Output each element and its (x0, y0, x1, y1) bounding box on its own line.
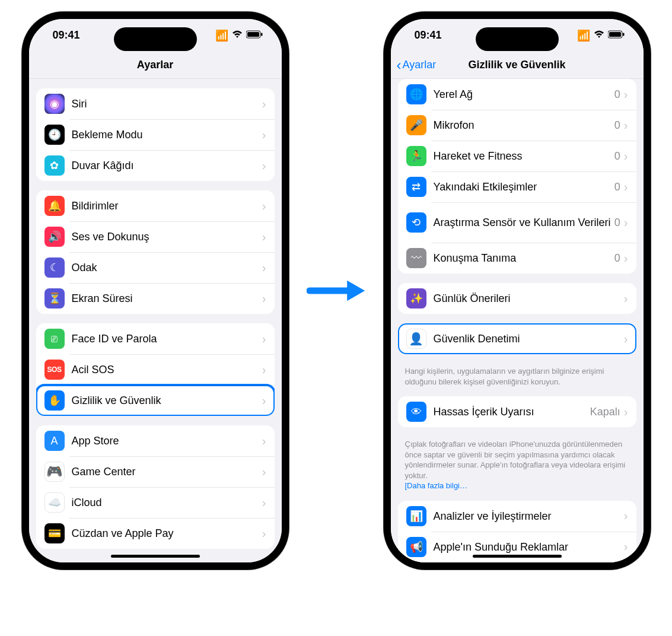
chevron-left-icon: ‹ (397, 57, 402, 74)
row-privacy[interactable]: ✋Gizlilik ve Güvenlik› (36, 385, 275, 416)
status-time: 09:41 (415, 29, 442, 42)
row-label: Face ID ve Parola (72, 332, 262, 346)
chevron-right-icon: › (624, 180, 628, 194)
row-faceid[interactable]: ⎚Face ID ve Parola› (36, 323, 275, 354)
svg-rect-6 (609, 32, 621, 37)
row-standby[interactable]: 🕘Bekleme Modu› (36, 119, 275, 150)
row-sound[interactable]: 🔊Ses ve Dokunuş› (36, 221, 275, 252)
status-indicators: 📶 (577, 29, 625, 42)
chevron-right-icon: › (624, 150, 628, 163)
appstore-icon: A (44, 431, 65, 451)
row-sos[interactable]: SOSAcil SOS› (36, 354, 275, 385)
settings-group: ⎚Face ID ve Parola›SOSAcil SOS›✋Gizlilik… (36, 323, 275, 416)
chevron-right-icon: › (624, 119, 628, 132)
arrow-icon (307, 276, 366, 306)
nav-bar: Ayarlar (29, 52, 282, 79)
row-analytics[interactable]: 📊Analizler ve İyileştirmeler› (398, 501, 636, 532)
svg-marker-4 (347, 281, 365, 301)
group-footnote: Hangi kişilerin, uygulamaların ve aygıtl… (391, 364, 644, 387)
speech-icon: 〰 (406, 248, 426, 268)
chevron-right-icon: › (262, 159, 266, 173)
row-label: Ses ve Dokunuş (72, 230, 262, 244)
svg-rect-2 (261, 33, 263, 36)
row-label: Apple'ın Sunduğu Reklamlar (434, 540, 624, 554)
row-microphone[interactable]: 🎤Mikrofon0› (398, 110, 636, 141)
settings-group: 👤Güvenlik Denetimi› (398, 323, 636, 354)
row-research[interactable]: ⟲Araştırma Sensör ve Kullanım Verileri0› (398, 202, 636, 243)
gamecenter-icon: 🎮 (44, 462, 65, 482)
row-label: Mikrofon (434, 119, 614, 132)
hand-icon: ✋ (44, 390, 65, 411)
chevron-right-icon: › (262, 363, 266, 377)
row-label: Konuşma Tanıma (434, 252, 614, 265)
row-label: App Store (72, 434, 262, 448)
chevron-right-icon: › (624, 405, 628, 419)
row-siri[interactable]: ◉Siri› (36, 88, 275, 119)
moon-icon: ☾ (44, 257, 65, 278)
wallet-icon: 💳 (44, 523, 65, 543)
dynamic-island (476, 27, 559, 51)
row-motion[interactable]: 🏃Hareket ve Fitness0› (398, 141, 636, 171)
learn-more-link[interactable]: [Daha fazla bilgi… (405, 481, 468, 490)
nav-title: Gizlilik ve Güvenlik (468, 59, 565, 71)
chevron-right-icon: › (624, 252, 628, 265)
chevron-right-icon: › (262, 332, 266, 346)
megaphone-icon: 📢 (406, 537, 426, 557)
cellular-icon: 📶 (577, 29, 590, 42)
row-label: Araştırma Sensör ve Kullanım Verileri (434, 216, 614, 230)
battery-icon (608, 29, 625, 42)
row-ads[interactable]: 📢Apple'ın Sunduğu Reklamlar› (398, 532, 636, 562)
chevron-right-icon: › (624, 88, 628, 101)
settings-list[interactable]: ◉Siri›🕘Bekleme Modu›✿Duvar Kâğıdı›🔔Bildi… (29, 79, 282, 562)
phone-privacy: 09:41 📶 ‹ Ayarlar Gizlilik ve Güvenlik 🌐… (384, 12, 651, 570)
row-label: Bekleme Modu (72, 128, 262, 142)
settings-group: 👁Hassas İçerik UyarısıKapalı› (398, 396, 636, 427)
row-focus[interactable]: ☾Odak› (36, 252, 275, 283)
chevron-right-icon: › (262, 394, 266, 408)
row-sensitive[interactable]: 👁Hassas İçerik UyarısıKapalı› (398, 396, 636, 427)
settings-group: 🔔Bildirimler›🔊Ses ve Dokunuş›☾Odak›⏳Ekra… (36, 190, 275, 314)
back-button[interactable]: ‹ Ayarlar (397, 57, 437, 74)
svg-rect-1 (247, 32, 259, 37)
back-label: Ayarlar (403, 59, 437, 71)
chevron-right-icon: › (262, 97, 266, 111)
home-indicator[interactable] (473, 555, 562, 558)
row-wallpaper[interactable]: ✿Duvar Kâğıdı› (36, 150, 275, 181)
chevron-right-icon: › (624, 509, 628, 523)
row-label: Hareket ve Fitness (434, 150, 614, 163)
row-icloud[interactable]: ☁️iCloud› (36, 487, 275, 518)
settings-group: ✨Günlük Önerileri› (398, 283, 636, 314)
chart-icon: 📊 (406, 506, 426, 526)
sos-icon: SOS (44, 360, 65, 380)
cellular-icon: 📶 (215, 29, 228, 42)
row-appstore[interactable]: AApp Store› (36, 425, 275, 456)
row-safetycheck[interactable]: 👤Güvenlik Denetimi› (398, 323, 636, 354)
faceid-icon: ⎚ (44, 329, 65, 349)
row-journal[interactable]: ✨Günlük Önerileri› (398, 283, 636, 314)
row-label: Gizlilik ve Güvenlik (72, 394, 262, 408)
row-wallet[interactable]: 💳Cüzdan ve Apple Pay› (36, 518, 275, 549)
row-gamecenter[interactable]: 🎮Game Center› (36, 456, 275, 487)
row-speech[interactable]: 〰Konuşma Tanıma0› (398, 243, 636, 274)
row-label: Game Center (72, 465, 262, 479)
privacy-list[interactable]: 🌐Yerel Ağ0›🎤Mikrofon0›🏃Hareket ve Fitnes… (391, 79, 644, 562)
settings-group: AApp Store›🎮Game Center›☁️iCloud›💳Cüzdan… (36, 425, 275, 549)
row-label: Günlük Önerileri (434, 292, 624, 306)
row-localnet[interactable]: 🌐Yerel Ağ0› (398, 79, 636, 110)
wifi-icon (232, 29, 243, 42)
dynamic-island (114, 27, 197, 51)
home-indicator[interactable] (111, 555, 200, 558)
chevron-right-icon: › (262, 434, 266, 448)
nav-bar: ‹ Ayarlar Gizlilik ve Güvenlik (391, 52, 644, 79)
row-nearby[interactable]: ⇄Yakındaki Etkileşimler0› (398, 171, 636, 202)
row-label: iCloud (72, 496, 262, 510)
bell-icon: 🔔 (44, 196, 65, 216)
row-notifications[interactable]: 🔔Bildirimler› (36, 190, 275, 221)
row-label: Siri (72, 97, 262, 111)
row-label: Hassas İçerik Uyarısı (434, 405, 590, 419)
settings-group: 📊Analizler ve İyileştirmeler›📢Apple'ın S… (398, 501, 636, 562)
row-screentime[interactable]: ⏳Ekran Süresi› (36, 283, 275, 314)
settings-group: 🌐Yerel Ağ0›🎤Mikrofon0›🏃Hareket ve Fitnes… (398, 79, 636, 274)
speaker-icon: 🔊 (44, 227, 65, 247)
nearby-icon: ⇄ (406, 177, 426, 197)
